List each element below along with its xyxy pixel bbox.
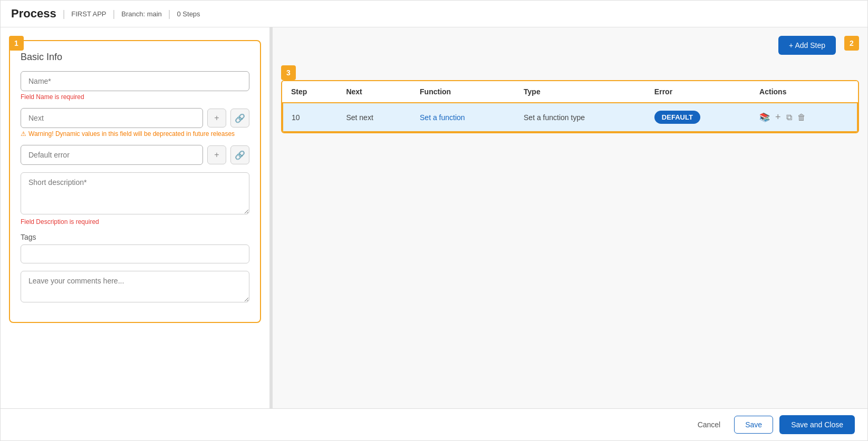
next-input-row: + 🔗 (21, 108, 249, 128)
cell-function[interactable]: Set a function (411, 103, 515, 132)
cell-actions: 📚 + ⧉ 🗑 (751, 103, 857, 132)
header: Process | FIRST APP | Branch: main | 0 S… (1, 1, 867, 27)
header-branch: Branch: main (121, 10, 162, 18)
next-field-group: + 🔗 ⚠ Warning! Dynamic values in this fi… (21, 108, 249, 138)
comments-field-group (21, 271, 249, 304)
cell-step: 10 (283, 103, 337, 132)
header-divider-1: | (63, 8, 65, 19)
add-row-icon[interactable]: + (775, 112, 781, 123)
tags-field-group: Tags (21, 233, 249, 263)
row-actions: 📚 + ⧉ 🗑 (759, 112, 848, 123)
col-step: Step (283, 81, 337, 103)
books-icon[interactable]: 📚 (759, 112, 770, 122)
name-input[interactable] (21, 71, 249, 91)
table-header-row: Step Next Function Type Error Actions (283, 81, 857, 103)
col-error: Error (646, 81, 751, 103)
default-error-field-group: + 🔗 (21, 145, 249, 165)
table-row[interactable]: 10 Set next Set a function Set a functio… (283, 103, 857, 132)
cell-type: Set a function type (515, 103, 646, 132)
step-badge-1: 1 (9, 36, 24, 51)
function-link[interactable]: Set a function (420, 113, 465, 122)
default-error-badge: DEFAULT (654, 111, 700, 124)
header-divider-2: | (113, 8, 115, 19)
basic-info-card: Basic Info Field Name is required + 🔗 ⚠ (9, 40, 261, 323)
steps-table: Step Next Function Type Error Actions 10… (282, 81, 858, 132)
header-app-name: FIRST APP (71, 10, 106, 18)
header-steps: 0 Steps (177, 10, 200, 18)
comments-input[interactable] (21, 271, 249, 302)
steps-table-container: Step Next Function Type Error Actions 10… (281, 80, 859, 133)
next-link-button[interactable]: 🔗 (230, 109, 249, 128)
step-badge-2: 2 (844, 36, 859, 51)
col-next: Next (337, 81, 411, 103)
short-desc-error: Field Description is required (21, 218, 249, 226)
default-error-add-button[interactable]: + (207, 145, 226, 164)
next-add-button[interactable]: + (207, 109, 226, 128)
short-desc-field-group: Field Description is required (21, 172, 249, 226)
name-error: Field Name is required (21, 93, 249, 101)
next-warning: ⚠ Warning! Dynamic values in this field … (21, 130, 249, 138)
page-title: Process (11, 7, 56, 21)
col-actions: Actions (751, 81, 857, 103)
cell-error: DEFAULT (646, 103, 751, 132)
delete-icon[interactable]: 🗑 (797, 113, 806, 122)
default-error-input[interactable] (21, 145, 203, 165)
right-panel: 2 + Add Step 3 Step Next Function Type E… (273, 27, 867, 408)
step-badge-3: 3 (281, 65, 296, 80)
next-input[interactable] (21, 108, 203, 128)
footer: Cancel Save Save and Close (1, 408, 867, 440)
tags-input[interactable] (21, 244, 249, 263)
save-and-close-button[interactable]: Save and Close (779, 415, 855, 434)
default-error-link-button[interactable]: 🔗 (230, 145, 249, 164)
left-panel: Basic Info Field Name is required + 🔗 ⚠ (1, 27, 269, 408)
cancel-button[interactable]: Cancel (690, 416, 728, 433)
header-divider-3: | (168, 8, 171, 19)
add-step-button[interactable]: + Add Step (778, 36, 836, 55)
default-error-input-row: + 🔗 (21, 145, 249, 165)
save-button[interactable]: Save (734, 416, 773, 434)
short-desc-input[interactable] (21, 172, 249, 214)
tags-label: Tags (21, 233, 249, 241)
col-type: Type (515, 81, 646, 103)
col-function: Function (411, 81, 515, 103)
warning-icon: ⚠ (21, 130, 26, 138)
copy-icon[interactable]: ⧉ (786, 113, 792, 122)
cell-next: Set next (337, 103, 411, 132)
name-field-group: Field Name is required (21, 71, 249, 101)
main-content: 1 Basic Info Field Name is required + 🔗 (1, 27, 867, 408)
card-title: Basic Info (21, 52, 249, 63)
